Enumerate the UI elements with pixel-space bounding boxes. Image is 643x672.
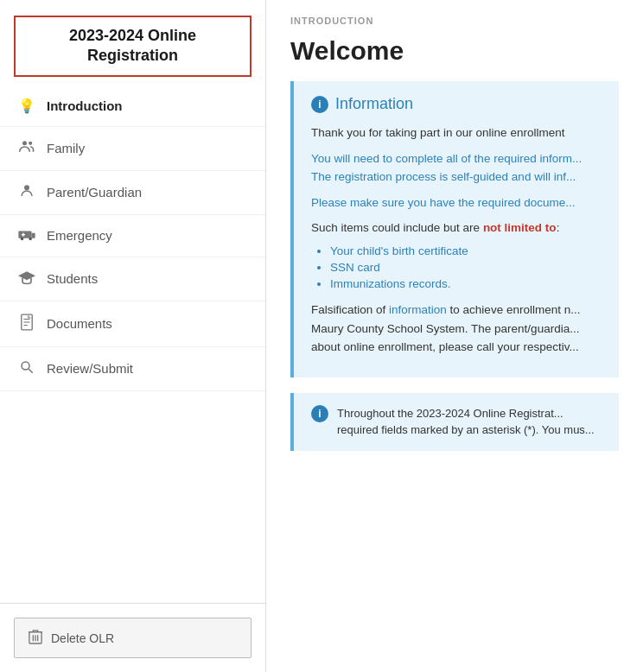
info-box-title: i Information <box>311 95 602 113</box>
family-icon <box>17 139 36 158</box>
svg-marker-9 <box>18 271 35 280</box>
sidebar-item-label: Emergency <box>47 228 112 243</box>
svg-line-15 <box>29 369 33 373</box>
delete-olr-label: Delete OLR <box>51 631 114 645</box>
sidebar-item-students[interactable]: Students <box>0 257 265 301</box>
sidebar-item-parent-guardian[interactable]: Parent/Guardian <box>0 171 265 215</box>
sidebar-item-label: Documents <box>47 316 112 331</box>
welcome-title: Welcome <box>266 33 643 81</box>
section-header: INTRODUCTION <box>266 0 643 33</box>
svg-rect-4 <box>32 232 35 238</box>
svg-point-14 <box>22 362 29 370</box>
info-icon: i <box>311 96 328 113</box>
search-icon <box>17 359 36 378</box>
info-para-1: Thank you for taking part in our online … <box>311 124 602 143</box>
sidebar-item-label: Family <box>47 141 85 155</box>
notice-box: i Throughout the 2023-2024 Online Regist… <box>290 393 619 451</box>
info-para-4: Such items could include but are not lim… <box>311 219 602 238</box>
sidebar-item-label: Students <box>47 271 98 286</box>
list-item-birth-cert: Your child's birth certificate <box>330 244 602 257</box>
document-icon <box>17 314 36 334</box>
notice-text: Throughout the 2023-2024 Online Registra… <box>337 405 595 439</box>
sidebar-item-label: Review/Submit <box>47 361 133 376</box>
svg-point-1 <box>29 142 32 145</box>
svg-rect-8 <box>22 234 25 235</box>
sidebar-item-label: Parent/Guardian <box>47 185 142 200</box>
svg-point-5 <box>21 238 23 240</box>
sidebar-item-review-submit[interactable]: Review/Submit <box>0 347 265 391</box>
sidebar: 2023-2024 OnlineRegistration 💡 Introduct… <box>0 0 266 672</box>
trash-icon <box>29 629 42 647</box>
svg-point-0 <box>22 141 27 145</box>
info-list: Your child's birth certificate SSN card … <box>311 244 602 290</box>
info-footer: Falsification of information to achieve … <box>311 301 602 357</box>
info-box-heading: Information <box>335 95 413 113</box>
sidebar-item-label: Introduction <box>47 98 122 113</box>
list-item-immunizations: Immunizations records. <box>330 277 602 290</box>
ambulance-icon <box>17 227 36 244</box>
sidebar-item-introduction[interactable]: 💡 Introduction <box>0 86 265 127</box>
info-para-2: You will need to complete all of the req… <box>311 149 602 187</box>
list-item-ssn: SSN card <box>330 261 602 274</box>
delete-olr-button[interactable]: Delete OLR <box>14 618 251 658</box>
graduation-icon <box>17 269 36 288</box>
person-icon <box>17 183 36 202</box>
sidebar-item-family[interactable]: Family <box>0 127 265 171</box>
information-box: i Information Thank you for taking part … <box>290 81 619 377</box>
sidebar-item-emergency[interactable]: Emergency <box>0 215 265 257</box>
svg-point-6 <box>29 238 31 240</box>
notice-icon: i <box>311 405 328 422</box>
main-content: INTRODUCTION Welcome i Information Thank… <box>266 0 643 672</box>
nav-list: 💡 Introduction Family Parent/Gu <box>0 86 265 603</box>
sidebar-item-documents[interactable]: Documents <box>0 301 265 347</box>
info-para-3: Please make sure you have the required d… <box>311 193 602 212</box>
svg-point-2 <box>24 185 29 190</box>
sidebar-title: 2023-2024 OnlineRegistration <box>14 16 251 77</box>
bulb-icon: 💡 <box>17 98 36 114</box>
delete-section: Delete OLR <box>0 603 265 672</box>
